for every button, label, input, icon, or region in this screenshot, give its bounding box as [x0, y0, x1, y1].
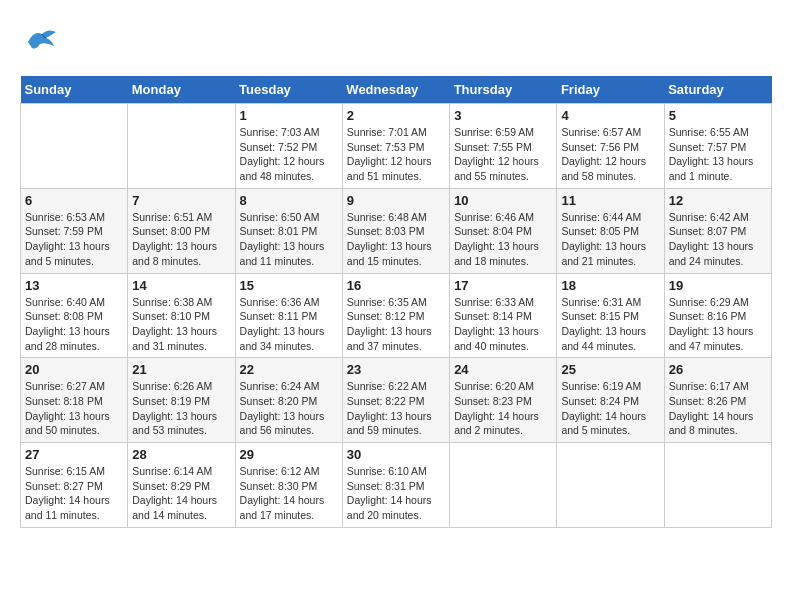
day-cell: 21Sunrise: 6:26 AM Sunset: 8:19 PM Dayli… — [128, 358, 235, 443]
day-cell: 20Sunrise: 6:27 AM Sunset: 8:18 PM Dayli… — [21, 358, 128, 443]
day-cell: 17Sunrise: 6:33 AM Sunset: 8:14 PM Dayli… — [450, 273, 557, 358]
day-cell: 28Sunrise: 6:14 AM Sunset: 8:29 PM Dayli… — [128, 443, 235, 528]
day-cell: 6Sunrise: 6:53 AM Sunset: 7:59 PM Daylig… — [21, 188, 128, 273]
day-number: 23 — [347, 362, 445, 377]
day-cell: 7Sunrise: 6:51 AM Sunset: 8:00 PM Daylig… — [128, 188, 235, 273]
day-number: 4 — [561, 108, 659, 123]
day-number: 10 — [454, 193, 552, 208]
day-cell — [557, 443, 664, 528]
week-row-3: 13Sunrise: 6:40 AM Sunset: 8:08 PM Dayli… — [21, 273, 772, 358]
day-info: Sunrise: 6:35 AM Sunset: 8:12 PM Dayligh… — [347, 295, 445, 354]
day-info: Sunrise: 6:57 AM Sunset: 7:56 PM Dayligh… — [561, 125, 659, 184]
day-number: 18 — [561, 278, 659, 293]
day-number: 26 — [669, 362, 767, 377]
logo-icon — [20, 20, 60, 60]
calendar-body: 1Sunrise: 7:03 AM Sunset: 7:52 PM Daylig… — [21, 104, 772, 528]
day-number: 19 — [669, 278, 767, 293]
day-cell: 27Sunrise: 6:15 AM Sunset: 8:27 PM Dayli… — [21, 443, 128, 528]
day-cell: 9Sunrise: 6:48 AM Sunset: 8:03 PM Daylig… — [342, 188, 449, 273]
day-number: 6 — [25, 193, 123, 208]
day-number: 1 — [240, 108, 338, 123]
header-cell-friday: Friday — [557, 76, 664, 104]
day-number: 24 — [454, 362, 552, 377]
day-cell: 25Sunrise: 6:19 AM Sunset: 8:24 PM Dayli… — [557, 358, 664, 443]
day-info: Sunrise: 6:38 AM Sunset: 8:10 PM Dayligh… — [132, 295, 230, 354]
day-number: 8 — [240, 193, 338, 208]
day-info: Sunrise: 6:26 AM Sunset: 8:19 PM Dayligh… — [132, 379, 230, 438]
day-cell: 13Sunrise: 6:40 AM Sunset: 8:08 PM Dayli… — [21, 273, 128, 358]
day-cell: 16Sunrise: 6:35 AM Sunset: 8:12 PM Dayli… — [342, 273, 449, 358]
day-cell: 15Sunrise: 6:36 AM Sunset: 8:11 PM Dayli… — [235, 273, 342, 358]
day-cell: 29Sunrise: 6:12 AM Sunset: 8:30 PM Dayli… — [235, 443, 342, 528]
day-info: Sunrise: 6:33 AM Sunset: 8:14 PM Dayligh… — [454, 295, 552, 354]
day-info: Sunrise: 6:29 AM Sunset: 8:16 PM Dayligh… — [669, 295, 767, 354]
day-info: Sunrise: 6:48 AM Sunset: 8:03 PM Dayligh… — [347, 210, 445, 269]
day-cell — [664, 443, 771, 528]
day-number: 27 — [25, 447, 123, 462]
header-row: SundayMondayTuesdayWednesdayThursdayFrid… — [21, 76, 772, 104]
day-info: Sunrise: 6:59 AM Sunset: 7:55 PM Dayligh… — [454, 125, 552, 184]
day-info: Sunrise: 6:19 AM Sunset: 8:24 PM Dayligh… — [561, 379, 659, 438]
week-row-5: 27Sunrise: 6:15 AM Sunset: 8:27 PM Dayli… — [21, 443, 772, 528]
day-number: 16 — [347, 278, 445, 293]
day-info: Sunrise: 6:20 AM Sunset: 8:23 PM Dayligh… — [454, 379, 552, 438]
day-info: Sunrise: 6:36 AM Sunset: 8:11 PM Dayligh… — [240, 295, 338, 354]
day-number: 12 — [669, 193, 767, 208]
day-cell: 8Sunrise: 6:50 AM Sunset: 8:01 PM Daylig… — [235, 188, 342, 273]
day-info: Sunrise: 6:27 AM Sunset: 8:18 PM Dayligh… — [25, 379, 123, 438]
calendar-header: SundayMondayTuesdayWednesdayThursdayFrid… — [21, 76, 772, 104]
day-info: Sunrise: 6:44 AM Sunset: 8:05 PM Dayligh… — [561, 210, 659, 269]
header-cell-sunday: Sunday — [21, 76, 128, 104]
day-info: Sunrise: 6:55 AM Sunset: 7:57 PM Dayligh… — [669, 125, 767, 184]
day-cell: 24Sunrise: 6:20 AM Sunset: 8:23 PM Dayli… — [450, 358, 557, 443]
day-cell: 14Sunrise: 6:38 AM Sunset: 8:10 PM Dayli… — [128, 273, 235, 358]
day-cell: 4Sunrise: 6:57 AM Sunset: 7:56 PM Daylig… — [557, 104, 664, 189]
day-number: 17 — [454, 278, 552, 293]
day-number: 15 — [240, 278, 338, 293]
day-number: 13 — [25, 278, 123, 293]
day-cell: 12Sunrise: 6:42 AM Sunset: 8:07 PM Dayli… — [664, 188, 771, 273]
day-number: 14 — [132, 278, 230, 293]
day-info: Sunrise: 6:15 AM Sunset: 8:27 PM Dayligh… — [25, 464, 123, 523]
day-cell: 1Sunrise: 7:03 AM Sunset: 7:52 PM Daylig… — [235, 104, 342, 189]
day-number: 30 — [347, 447, 445, 462]
day-number: 21 — [132, 362, 230, 377]
day-info: Sunrise: 7:03 AM Sunset: 7:52 PM Dayligh… — [240, 125, 338, 184]
header-cell-saturday: Saturday — [664, 76, 771, 104]
header-cell-thursday: Thursday — [450, 76, 557, 104]
day-cell: 11Sunrise: 6:44 AM Sunset: 8:05 PM Dayli… — [557, 188, 664, 273]
day-cell: 18Sunrise: 6:31 AM Sunset: 8:15 PM Dayli… — [557, 273, 664, 358]
day-number: 20 — [25, 362, 123, 377]
logo — [20, 20, 64, 60]
day-info: Sunrise: 6:50 AM Sunset: 8:01 PM Dayligh… — [240, 210, 338, 269]
day-info: Sunrise: 6:22 AM Sunset: 8:22 PM Dayligh… — [347, 379, 445, 438]
header-cell-monday: Monday — [128, 76, 235, 104]
day-info: Sunrise: 6:46 AM Sunset: 8:04 PM Dayligh… — [454, 210, 552, 269]
day-cell: 2Sunrise: 7:01 AM Sunset: 7:53 PM Daylig… — [342, 104, 449, 189]
week-row-1: 1Sunrise: 7:03 AM Sunset: 7:52 PM Daylig… — [21, 104, 772, 189]
day-number: 7 — [132, 193, 230, 208]
day-number: 2 — [347, 108, 445, 123]
day-info: Sunrise: 6:24 AM Sunset: 8:20 PM Dayligh… — [240, 379, 338, 438]
day-info: Sunrise: 6:42 AM Sunset: 8:07 PM Dayligh… — [669, 210, 767, 269]
day-info: Sunrise: 6:17 AM Sunset: 8:26 PM Dayligh… — [669, 379, 767, 438]
day-number: 22 — [240, 362, 338, 377]
header-cell-wednesday: Wednesday — [342, 76, 449, 104]
week-row-4: 20Sunrise: 6:27 AM Sunset: 8:18 PM Dayli… — [21, 358, 772, 443]
day-number: 5 — [669, 108, 767, 123]
day-info: Sunrise: 6:53 AM Sunset: 7:59 PM Dayligh… — [25, 210, 123, 269]
day-cell — [450, 443, 557, 528]
day-info: Sunrise: 6:14 AM Sunset: 8:29 PM Dayligh… — [132, 464, 230, 523]
day-info: Sunrise: 7:01 AM Sunset: 7:53 PM Dayligh… — [347, 125, 445, 184]
day-cell: 23Sunrise: 6:22 AM Sunset: 8:22 PM Dayli… — [342, 358, 449, 443]
day-number: 3 — [454, 108, 552, 123]
week-row-2: 6Sunrise: 6:53 AM Sunset: 7:59 PM Daylig… — [21, 188, 772, 273]
day-cell: 5Sunrise: 6:55 AM Sunset: 7:57 PM Daylig… — [664, 104, 771, 189]
day-cell: 30Sunrise: 6:10 AM Sunset: 8:31 PM Dayli… — [342, 443, 449, 528]
day-number: 29 — [240, 447, 338, 462]
day-info: Sunrise: 6:10 AM Sunset: 8:31 PM Dayligh… — [347, 464, 445, 523]
day-cell: 10Sunrise: 6:46 AM Sunset: 8:04 PM Dayli… — [450, 188, 557, 273]
day-cell — [128, 104, 235, 189]
day-number: 28 — [132, 447, 230, 462]
day-cell: 22Sunrise: 6:24 AM Sunset: 8:20 PM Dayli… — [235, 358, 342, 443]
